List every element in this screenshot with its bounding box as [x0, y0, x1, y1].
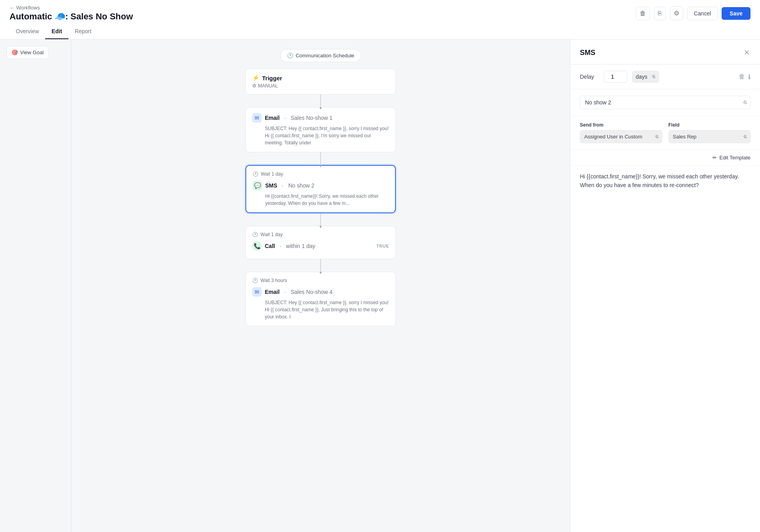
back-arrow-icon: ← — [10, 5, 15, 11]
clock-icon-wait1: 🕐 — [253, 171, 258, 177]
delay-unit-select[interactable]: days hours minutes weeks — [632, 71, 659, 83]
connector-1 — [320, 95, 321, 107]
sms-icon: 💬 — [253, 181, 262, 190]
right-panel-title: SMS — [580, 49, 595, 57]
message-preview: Hi {{contact.first_name}}! Sorry, we mis… — [570, 166, 760, 196]
wait-label-3: 🕐 Wait 3 hours — [252, 278, 389, 283]
trigger-title: Trigger — [262, 75, 282, 81]
trigger-subtitle: ⚙ MANUAL — [252, 83, 389, 89]
tab-edit[interactable]: Edit — [45, 25, 68, 39]
send-from-label: Send from — [580, 122, 662, 128]
target-icon: 🎯 — [11, 49, 18, 55]
field-col: Field Sales Rep — [669, 122, 751, 143]
lightning-icon: ⚡ — [252, 74, 260, 81]
settings-button[interactable]: ⚙ — [670, 6, 683, 20]
view-goal-button[interactable]: 🎯 View Goal — [6, 46, 49, 59]
delay-section: Delay days hours minutes weeks 🗑 ℹ — [570, 64, 760, 89]
clock-icon: 🕐 — [287, 53, 293, 59]
email-node4-body: SUBJECT: Hey {{ contact.first_name }}, s… — [252, 299, 389, 320]
header-actions: 🗑 ⎘ ⚙ Cancel Save — [636, 6, 750, 20]
edit-template-row: ✏ Edit Template — [570, 150, 760, 166]
wait-label-1: 🕐 Wait 1 day — [253, 171, 389, 177]
edit-template-label: Edit Template — [719, 155, 750, 161]
send-from-select-wrapper: Assigned User in Custom — [580, 130, 662, 143]
email-node4-name: Sales No-show 4 — [291, 289, 332, 295]
sms-node-sep: · — [282, 182, 283, 189]
call-node-sep: · — [280, 243, 281, 249]
wait-text-3: Wait 3 hours — [260, 278, 287, 283]
email-node-title: Email — [265, 115, 279, 121]
send-from-row: Send from Assigned User in Custom Field … — [580, 122, 750, 143]
wait-label-2: 🕐 Wait 1 day — [252, 232, 389, 237]
trigger-node-wrapper: ⚡ Trigger ⚙ MANUAL — [84, 68, 557, 95]
page-title: Automatic 🧢: Sales No Show — [10, 11, 133, 22]
trigger-header: ⚡ Trigger — [252, 74, 389, 81]
sms-node-body: Hi {{contact.first_name}}! Sorry, we mis… — [253, 193, 389, 207]
copy-icon: ⎘ — [658, 10, 662, 17]
send-from-section: Send from Assigned User in Custom Field … — [570, 116, 760, 150]
tab-overview[interactable]: Overview — [10, 25, 45, 39]
comm-schedule-label: Communication Schedule — [296, 53, 354, 59]
sms-node-title: SMS — [265, 182, 277, 189]
trash-icon: 🗑 — [640, 10, 646, 17]
send-from-col: Send from Assigned User in Custom — [580, 122, 662, 143]
view-goal-label: View Goal — [20, 49, 44, 55]
left-sidebar: 🎯 View Goal — [0, 40, 71, 532]
delay-input[interactable] — [604, 71, 627, 83]
header: ← Workflows Automatic 🧢: Sales No Show 🗑… — [0, 0, 760, 40]
email-node-header: ✉ Email · Sales No-show 1 — [252, 113, 389, 123]
delay-actions: 🗑 ℹ — [739, 73, 750, 81]
main-layout: 🎯 View Goal 🕐 Communication Schedule ⚡ T… — [0, 40, 760, 532]
delay-unit-wrapper: days hours minutes weeks — [632, 71, 659, 83]
gear-icon: ⚙ — [674, 9, 679, 17]
connector-4 — [320, 259, 321, 272]
back-link[interactable]: ← Workflows — [10, 5, 133, 11]
edit-template-button[interactable]: ✏ Edit Template — [712, 155, 750, 161]
cancel-button[interactable]: Cancel — [687, 7, 718, 20]
workflow-canvas: 🕐 Communication Schedule ⚡ Trigger ⚙ MAN… — [71, 40, 570, 532]
trigger-subtitle-text: MANUAL — [258, 83, 278, 89]
email-node4-header: ✉ Email · Sales No-show 4 — [252, 287, 389, 297]
delay-label: Delay — [580, 74, 599, 80]
back-label: Workflows — [16, 5, 40, 11]
email-node-4[interactable]: 🕐 Wait 3 hours ✉ Email · Sales No-show 4… — [245, 272, 396, 326]
tab-report[interactable]: Report — [68, 25, 98, 39]
communication-schedule-button[interactable]: 🕐 Communication Schedule — [280, 49, 361, 62]
right-panel-header: SMS ✕ — [570, 40, 760, 64]
clock-icon-wait3: 🕐 — [252, 278, 258, 283]
call-node-name: within 1 day — [286, 243, 315, 249]
template-section: No show 1 No show 2 No show 3 No show 4 — [570, 89, 760, 116]
delete-button[interactable]: 🗑 — [636, 7, 650, 20]
template-select[interactable]: No show 1 No show 2 No show 3 No show 4 — [580, 96, 750, 109]
email-node-body: SUBJECT: Hey {{ contact.first_name }}, s… — [252, 125, 389, 146]
email-node4-wrapper: 🕐 Wait 3 hours ✉ Email · Sales No-show 4… — [84, 272, 557, 326]
field-select[interactable]: Sales Rep — [669, 130, 751, 143]
sms-node[interactable]: 🕐 Wait 1 day 💬 SMS · No show 2 Hi {{cont… — [245, 165, 396, 213]
call-node-header: 📞 Call · within 1 day true — [252, 241, 389, 251]
sms-node-name: No show 2 — [288, 182, 314, 189]
sms-node-header: 💬 SMS · No show 2 — [253, 181, 389, 190]
email-node-subtitle: · — [284, 115, 286, 121]
duplicate-button[interactable]: ⎘ — [654, 7, 666, 20]
tab-bar: Overview Edit Report — [10, 25, 750, 39]
trigger-node[interactable]: ⚡ Trigger ⚙ MANUAL — [245, 68, 396, 95]
field-label: Field — [669, 122, 751, 128]
email-node[interactable]: ✉ Email · Sales No-show 1 SUBJECT: Hey {… — [245, 107, 396, 152]
email-node4-title: Email — [265, 289, 279, 295]
wait-text-2: Wait 1 day — [260, 232, 283, 237]
save-button[interactable]: Save — [722, 7, 750, 20]
send-from-select[interactable]: Assigned User in Custom — [580, 130, 662, 143]
connector-3 — [320, 213, 321, 226]
clock-icon-wait2: 🕐 — [252, 232, 258, 237]
connector-2 — [320, 152, 321, 165]
email-node-wrapper: ✉ Email · Sales No-show 1 SUBJECT: Hey {… — [84, 107, 557, 152]
call-node[interactable]: 🕐 Wait 1 day 📞 Call · within 1 day true — [245, 226, 396, 259]
info-button[interactable]: ℹ — [748, 73, 750, 81]
delay-delete-button[interactable]: 🗑 — [739, 73, 745, 81]
close-panel-button[interactable]: ✕ — [743, 47, 750, 58]
call-node-wrapper: 🕐 Wait 1 day 📞 Call · within 1 day true — [84, 226, 557, 259]
call-node-title: Call — [265, 243, 275, 249]
email-node4-sep: · — [284, 289, 286, 295]
right-panel: SMS ✕ Delay days hours minutes weeks 🗑 — [570, 40, 760, 532]
email-icon-4: ✉ — [252, 287, 262, 297]
